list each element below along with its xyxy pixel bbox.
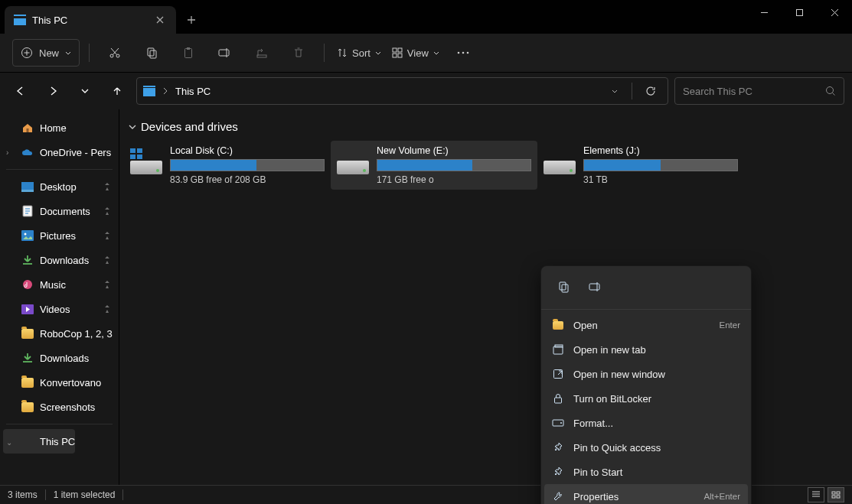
pin-icon	[103, 206, 111, 216]
maximize-button[interactable]	[782, 0, 817, 24]
sidebar-item-downloads[interactable]: Downloads	[0, 346, 119, 370]
sidebar-home[interactable]: Home	[0, 115, 67, 140]
sidebar-item-robocop-1-2-3[interactable]: RoboCop 1, 2, 3	[0, 321, 119, 346]
sidebar-item-music[interactable]: Music	[0, 272, 119, 297]
usage-bar	[377, 159, 531, 171]
close-window-button[interactable]	[817, 0, 852, 24]
svg-rect-8	[219, 50, 229, 56]
navigation-pane: Home › OneDrive - Pers DesktopDocumentsP…	[0, 109, 119, 486]
back-button[interactable]	[8, 78, 34, 104]
details-view-button[interactable]	[808, 487, 824, 502]
body: Home › OneDrive - Pers DesktopDocumentsP…	[0, 109, 852, 486]
more-button[interactable]	[447, 40, 479, 66]
sidebar-item-videos[interactable]: Videos	[0, 297, 119, 321]
pictures-icon	[21, 229, 34, 242]
rename-icon	[589, 281, 602, 293]
chevron-down-icon[interactable]: ⌄	[6, 438, 12, 447]
monitor-icon	[14, 15, 26, 25]
tiles-view-button[interactable]	[828, 487, 844, 502]
content-area: Devices and drives Local Disk (C:) 83.9 …	[119, 109, 852, 486]
sidebar-this-pc[interactable]: This PC	[3, 429, 75, 454]
menu-open[interactable]: Open Enter	[541, 313, 751, 337]
new-button[interactable]: New	[12, 39, 80, 67]
sidebar-item-label: Downloads	[40, 353, 89, 364]
svg-rect-28	[130, 154, 135, 159]
sidebar-item-konvertovano[interactable]: Konvertovano	[0, 370, 119, 395]
refresh-button[interactable]	[640, 86, 661, 96]
history-dropdown[interactable]	[72, 78, 98, 104]
sidebar-item-label: Screenshots	[40, 402, 95, 413]
clipboard-icon	[182, 47, 194, 59]
new-tab-button[interactable]	[176, 6, 207, 34]
drive-item[interactable]: Local Disk (C:) 83.9 GB free of 208 GB	[124, 141, 331, 190]
svg-rect-11	[398, 48, 402, 52]
up-button[interactable]	[104, 78, 130, 104]
svg-rect-6	[185, 49, 192, 58]
forward-button[interactable]	[40, 78, 66, 104]
address-bar[interactable]: This PC	[136, 77, 668, 105]
svg-rect-5	[150, 50, 156, 58]
svg-rect-9	[257, 55, 266, 57]
chevron-down-icon[interactable]	[612, 89, 618, 93]
drive-icon	[544, 145, 576, 174]
sidebar-item-desktop[interactable]: Desktop	[0, 174, 119, 199]
sort-button[interactable]: Sort	[334, 40, 384, 66]
share-icon	[256, 47, 268, 59]
svg-rect-13	[398, 54, 402, 57]
cut-button[interactable]	[99, 40, 131, 66]
menu-open-in-new-tab[interactable]: Open in new tab	[541, 337, 751, 362]
svg-point-17	[827, 87, 834, 94]
pin-icon	[103, 304, 111, 314]
copy-button[interactable]	[552, 275, 575, 298]
menu-pin-to-start[interactable]: Pin to Start	[541, 460, 751, 484]
drive-list: Local Disk (C:) 83.9 GB free of 208 GB N…	[124, 141, 852, 190]
drive-free-text: 83.9 GB free of 208 GB	[170, 174, 325, 185]
menu-format-[interactable]: Format...	[541, 411, 751, 435]
accelerator: Alt+Enter	[703, 492, 740, 501]
search-box[interactable]: Search This PC	[674, 77, 844, 105]
monitor-icon	[143, 86, 155, 96]
sidebar-item-downloads[interactable]: Downloads	[0, 248, 119, 272]
svg-rect-18	[27, 128, 29, 132]
svg-rect-29	[137, 154, 142, 159]
sidebar-item-pictures[interactable]: Pictures	[0, 223, 119, 248]
sidebar-item-label: Videos	[40, 304, 70, 315]
view-button[interactable]: View	[389, 40, 442, 66]
sidebar-onedrive[interactable]: OneDrive - Pers	[0, 140, 111, 164]
breadcrumb[interactable]: This PC	[175, 86, 211, 97]
menu-turn-on-bitlocker[interactable]: Turn on BitLocker	[541, 386, 751, 411]
svg-rect-7	[187, 47, 190, 50]
delete-button[interactable]	[282, 40, 315, 66]
svg-point-24	[23, 280, 32, 289]
paste-button[interactable]	[172, 40, 204, 66]
rename-button[interactable]	[584, 275, 607, 298]
svg-point-3	[116, 54, 119, 57]
copy-button[interactable]	[135, 40, 168, 66]
menu-pin-to-quick-access[interactable]: Pin to Quick access	[541, 435, 751, 460]
minimize-button[interactable]	[746, 0, 782, 24]
sidebar-item-documents[interactable]: Documents	[0, 199, 119, 223]
chevron-down-icon	[129, 123, 136, 131]
menu-open-in-new-window[interactable]: Open in new window	[541, 362, 751, 386]
drive-item[interactable]: New Volume (E:) 171 GB free o	[331, 141, 537, 190]
menu-properties[interactable]: Properties Alt+Enter	[544, 484, 748, 504]
monitor-icon	[21, 436, 34, 447]
svg-rect-20	[21, 190, 34, 192]
search-placeholder: Search This PC	[683, 86, 825, 97]
rename-button[interactable]	[209, 40, 241, 66]
share-button[interactable]	[246, 40, 278, 66]
drive-item[interactable]: Elements (J:) 31 TB	[537, 141, 744, 190]
tab-this-pc[interactable]: This PC	[5, 6, 176, 34]
svg-rect-30	[560, 282, 566, 290]
chevron-right-icon[interactable]: ›	[6, 148, 8, 157]
group-header[interactable]: Devices and drives	[124, 117, 852, 136]
desktop-icon	[21, 180, 34, 193]
folder-icon	[21, 401, 34, 413]
context-menu-quick-icons	[541, 271, 751, 306]
sidebar-item-screenshots[interactable]: Screenshots	[0, 395, 119, 419]
close-tab-icon[interactable]	[153, 13, 167, 27]
music-icon	[21, 278, 34, 291]
search-icon	[825, 86, 836, 96]
trash-icon	[292, 47, 305, 59]
chevron-down-icon	[65, 51, 71, 55]
